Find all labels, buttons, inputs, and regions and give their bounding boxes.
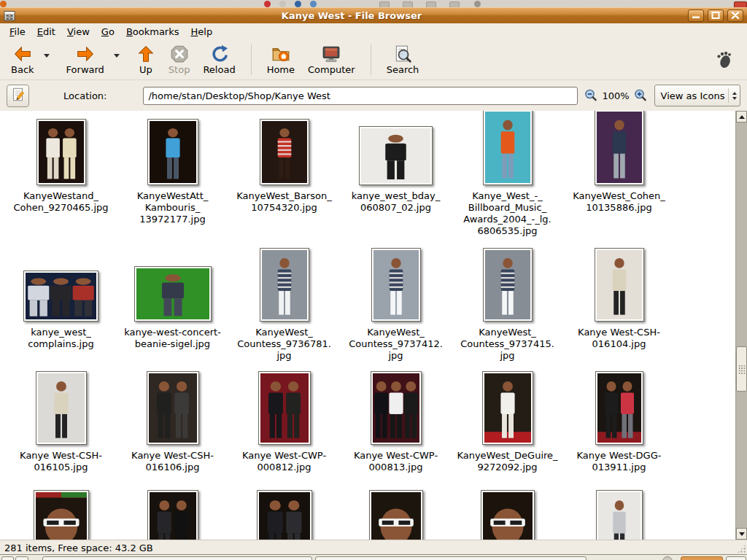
taskbar-window-button[interactable] — [315, 556, 587, 560]
file-item[interactable]: KanyeWestAtt_Kambouris_13972177.jpg — [117, 117, 228, 237]
file-item[interactable]: Kanye West-CSH-016104.jpg — [563, 249, 675, 362]
taskbar-button[interactable] — [1, 556, 14, 560]
toolbar-forward-dropdown[interactable] — [111, 44, 123, 69]
file-item[interactable]: KanyeWest_Countess_9736781.jpg — [228, 249, 340, 362]
background-app-icon[interactable] — [295, 1, 301, 7]
scroll-up-icon — [739, 115, 745, 119]
file-item[interactable]: Kanye West-CWP-000813.jpg — [340, 372, 452, 473]
menu-view[interactable]: View — [61, 25, 96, 39]
taskbar-item[interactable] — [726, 556, 746, 560]
file-item[interactable]: Kanye West-CSH-016105.jpg — [5, 372, 117, 473]
menu-help[interactable]: Help — [185, 25, 219, 39]
file-item[interactable]: KanyeWest_Barson_10754320.jpg — [228, 117, 340, 237]
scrollbar-thumb[interactable] — [736, 346, 747, 392]
thumbnail-zone — [563, 490, 675, 540]
taskbar-item[interactable] — [681, 556, 723, 560]
file-icon-view[interactable]: KanyeWestand_Cohen_9270465.jpgKanyeWestA… — [0, 111, 735, 540]
file-thumbnail — [36, 371, 87, 445]
zoom-in-button[interactable] — [633, 88, 648, 103]
menu-file[interactable]: File — [4, 25, 31, 39]
minimize-button[interactable] — [688, 9, 704, 22]
background-app-icon[interactable] — [474, 1, 481, 7]
file-item[interactable]: kanye-west-concert-beanie-sigel.jpg — [117, 249, 228, 362]
toolbar-back-button[interactable]: Back — [4, 42, 41, 77]
background-app-icon[interactable] — [310, 1, 317, 7]
toolbar-search-button[interactable]: Search — [380, 42, 426, 77]
menu-edit[interactable]: Edit — [31, 25, 61, 39]
edit-location-button[interactable] — [7, 85, 29, 107]
view-mode-select[interactable]: View as Icons — [654, 85, 740, 106]
vertical-scrollbar[interactable] — [735, 111, 747, 540]
thumbnail-zone — [340, 372, 452, 445]
background-app-icon[interactable] — [379, 1, 390, 7]
file-thumbnail — [359, 126, 433, 185]
thumbnail-zone — [340, 249, 452, 322]
menu-go[interactable]: Go — [96, 25, 120, 39]
scroll-down-button[interactable] — [736, 528, 747, 540]
file-item[interactable] — [117, 490, 228, 540]
file-item[interactable]: Kanye_West_-_Billboard_Music_Awards_2004… — [452, 117, 563, 237]
background-close-icon[interactable] — [734, 1, 747, 7]
file-thumbnail — [369, 490, 423, 540]
file-thumbnail — [258, 371, 311, 445]
toolbar-up-button[interactable]: Up — [130, 42, 162, 77]
background-app-icon[interactable] — [449, 1, 460, 7]
toolbar-button-label: Reload — [203, 64, 235, 75]
background-app-icon[interactable] — [0, 1, 7, 7]
thumbnail-zone — [228, 249, 340, 322]
background-app-icon[interactable] — [426, 1, 436, 7]
file-item[interactable]: KanyeWestand_Cohen_9270465.jpg — [5, 117, 117, 237]
toolbar-forward-button[interactable]: Forward — [60, 42, 111, 77]
title-bar[interactable]: Kanye West - File Browser — [0, 7, 747, 23]
taskbar-window-button[interactable] — [42, 556, 312, 560]
thumbnail-zone — [5, 249, 117, 322]
file-item[interactable] — [5, 490, 117, 540]
close-button[interactable] — [727, 9, 743, 22]
icon-row — [5, 490, 730, 540]
file-item[interactable]: KanyeWest_Countess_9737412.jpg — [340, 249, 452, 362]
file-name-label: kanye_west_complains.jpg — [28, 327, 93, 350]
file-item[interactable] — [340, 490, 452, 540]
toolbar-home-button[interactable]: Home — [260, 42, 301, 77]
file-item[interactable]: KanyeWest_Cohen_10135886.jpg — [563, 117, 675, 237]
toolbar-stop-button[interactable]: Stop — [162, 42, 197, 77]
resize-grip[interactable] — [737, 544, 746, 553]
file-item[interactable]: Kanye West-CWP-000812.jpg — [228, 372, 340, 473]
status-text: 281 items, Free space: 43.2 GB — [4, 542, 153, 553]
stop-icon — [170, 44, 189, 63]
toolbar-reload-button[interactable]: Reload — [196, 42, 241, 77]
taskbar-clock-icon[interactable] — [662, 556, 673, 560]
maximize-button[interactable] — [708, 9, 724, 22]
scroll-up-button[interactable] — [736, 111, 747, 122]
file-item[interactable]: kanye_west_complains.jpg — [5, 249, 117, 362]
toolbar-computer-button[interactable]: Computer — [301, 42, 362, 77]
computer-icon — [322, 44, 341, 63]
file-item[interactable]: KanyeWest_DeGuire_9272092.jpg — [452, 372, 563, 473]
toolbar-button-label: Back — [11, 64, 34, 75]
background-app-icon[interactable] — [264, 1, 271, 7]
toolbar-back-dropdown[interactable] — [41, 44, 53, 69]
menu-bookmarks[interactable]: Bookmarks — [120, 25, 185, 39]
file-item[interactable]: Kanye West-DGG-013911.jpg — [563, 372, 675, 473]
file-name-label: KanyeWestand_Cohen_9270465.jpg — [13, 190, 108, 214]
location-input[interactable] — [143, 87, 578, 105]
file-item[interactable] — [563, 490, 675, 540]
file-item[interactable] — [228, 490, 340, 540]
chevron-down-icon — [114, 54, 120, 58]
file-name-label: Kanye_West_-_Billboard_Music_Awards_2004… — [463, 190, 551, 237]
file-item[interactable]: Kanye West-CSH-016106.jpg — [117, 372, 228, 473]
zoom-out-button[interactable] — [584, 88, 598, 103]
background-app-icon[interactable] — [403, 1, 413, 7]
taskbar-button[interactable] — [15, 556, 28, 560]
thumbnail-zone — [117, 249, 228, 322]
file-item[interactable]: KanyeWest_Countess_9737415.jpg — [452, 249, 563, 362]
file-item[interactable]: kanye_west_bday_060807_02.jpg — [340, 117, 452, 237]
toolbar-separator — [371, 44, 371, 75]
thumbnail-zone — [5, 372, 117, 445]
file-name-label: KanyeWestAtt_Kambouris_13972177.jpg — [137, 190, 209, 225]
file-name-label: KanyeWest_Barson_10754320.jpg — [236, 190, 331, 214]
scrollbar-grip-icon — [738, 365, 746, 374]
file-item[interactable] — [452, 490, 563, 540]
background-app-icon[interactable] — [279, 1, 286, 7]
file-thumbnail — [595, 111, 644, 185]
